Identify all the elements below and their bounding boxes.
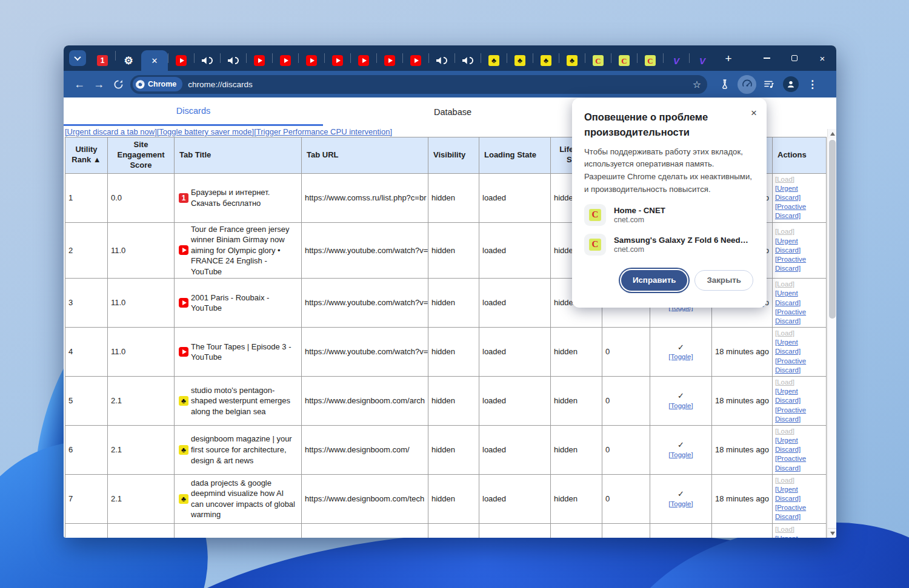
url-text[interactable]: chrome://discards [188, 80, 253, 89]
youtube-icon [358, 55, 369, 66]
tab-speaker-10[interactable] [429, 50, 454, 71]
tab-discards[interactable]: Discards [64, 97, 323, 126]
performance-hub-button[interactable] [738, 75, 756, 94]
tab-youtube-6[interactable] [325, 50, 350, 71]
load-link: [Load] [775, 378, 824, 387]
table-row: 5 2.1 studio moto's pentagon-shaped west… [65, 376, 827, 425]
urgent-discard-action[interactable]: [Urgent Discard] [775, 338, 824, 356]
scroll-down-arrow[interactable] [828, 528, 836, 538]
proactive-discard-action[interactable]: [Proactive Discard] [775, 406, 824, 424]
last-active-cell: 18 minutes ago [712, 425, 773, 474]
menu-button[interactable]: ⋮ [803, 75, 822, 94]
tab-close-icon[interactable]: ✕ [152, 57, 158, 65]
auto-discardable-cell: ✓ [Toggle] [650, 474, 712, 523]
tab-youtube-0[interactable] [168, 50, 194, 71]
tab-youtube-5[interactable] [299, 50, 324, 71]
tab-search-button[interactable] [69, 50, 86, 66]
tab-vlogo-20[interactable] [690, 50, 715, 71]
cpu-intervention-link[interactable]: [Trigger Performance CPU intervention] [254, 127, 392, 136]
column-header-loading-state[interactable]: Loading State [479, 137, 551, 174]
fix-button[interactable]: Исправить [621, 270, 688, 291]
proactive-discard-action[interactable]: [Proactive Discard] [775, 255, 824, 273]
proactive-discard-action[interactable]: [Proactive Discard] [775, 357, 824, 375]
tab-settings[interactable] [116, 50, 141, 71]
urgent-discard-action[interactable]: [Urgent Discard] [775, 387, 824, 405]
column-header-utility-rank[interactable]: Utility Rank ▲ [65, 137, 108, 174]
back-button[interactable]: ← [70, 74, 89, 94]
toggle-link[interactable]: [Toggle] [653, 352, 708, 362]
engagement-score-cell: 11.0 [108, 279, 175, 328]
tab-cnet-16[interactable] [585, 50, 611, 71]
utility-rank-cell: 5 [65, 376, 108, 425]
utility-rank-cell: 4 [65, 328, 108, 377]
tab-youtube-9[interactable] [403, 50, 428, 71]
tab-database[interactable]: Database [323, 97, 582, 126]
dismiss-button[interactable]: Закрыть [694, 270, 753, 291]
tab-designboom-13[interactable] [507, 50, 533, 71]
bookmark-star-icon[interactable]: ☆ [693, 79, 701, 90]
urgent-discard-action[interactable]: [Urgent Discard] [775, 237, 824, 255]
tab-designboom-12[interactable] [481, 50, 507, 71]
media-playlist-icon [764, 79, 774, 90]
tab-speaker-11[interactable] [455, 50, 481, 71]
tab-discards-active[interactable]: ✕ [141, 50, 168, 71]
popup-close-button[interactable]: × [751, 108, 757, 118]
tab-youtube-4[interactable] [273, 50, 298, 71]
browser-window: ✕ + × ← → Chro [64, 45, 836, 538]
youtube-icon [254, 55, 265, 66]
toggle-link[interactable]: [Toggle] [653, 451, 708, 460]
toggle-link[interactable]: [Toggle] [653, 500, 708, 509]
chrome-chip[interactable]: Chrome [133, 77, 182, 91]
tab-youtube-3[interactable] [247, 50, 272, 71]
page-scrollbar[interactable] [827, 129, 836, 538]
column-header-tab-url[interactable]: Tab URL [302, 137, 428, 174]
toggle-link[interactable]: [Toggle] [653, 401, 708, 411]
urgent-discard-action[interactable]: [Urgent Discard] [775, 289, 824, 307]
forward-button[interactable]: → [89, 74, 108, 94]
urgent-discard-action[interactable]: [Urgent Discard] [775, 436, 824, 454]
reload-button[interactable] [108, 74, 128, 94]
battery-saver-link[interactable]: [Toggle battery saver mode] [157, 127, 254, 136]
column-header-tab-title[interactable]: Tab Title [175, 137, 302, 174]
proactive-discard-action[interactable]: [Proactive Discard] [775, 503, 824, 521]
minimize-button[interactable] [753, 45, 781, 71]
proactive-discard-action[interactable]: [Proactive Discard] [775, 454, 824, 472]
urgent-discard-action[interactable]: [Urgent Discard] [775, 534, 824, 538]
new-tab-button[interactable]: + [720, 50, 737, 67]
column-header-actions[interactable]: Actions [773, 137, 827, 174]
tab-comss[interactable] [90, 50, 115, 71]
cnet-favicon-icon [589, 209, 601, 221]
tab-youtube-8[interactable] [377, 50, 402, 71]
tab-cnet-18[interactable] [638, 50, 663, 71]
comss-favicon-icon [97, 55, 108, 66]
tab-designboom-15[interactable] [559, 50, 585, 71]
loading-state-cell: loaded [479, 279, 551, 328]
address-bar[interactable]: Chrome chrome://discards ☆ [130, 75, 707, 94]
media-controls-button[interactable] [759, 75, 778, 94]
speaker-icon [202, 55, 213, 66]
column-header-site-engagement-score[interactable]: Site Engagement Score [108, 137, 175, 174]
urgent-discard-action[interactable]: [Urgent Discard] [775, 485, 824, 503]
proactive-discard-action[interactable]: [Proactive Discard] [775, 308, 824, 326]
tab-designboom-14[interactable] [533, 50, 559, 71]
scroll-up-arrow[interactable] [828, 129, 836, 139]
load-link: [Load] [775, 329, 824, 338]
scrollbar-thumb[interactable] [829, 140, 836, 319]
proactive-discard-action[interactable]: [Proactive Discard] [775, 202, 824, 220]
tab-vlogo-19[interactable] [664, 50, 689, 71]
tab-youtube-7[interactable] [351, 50, 376, 71]
profile-button[interactable] [781, 75, 800, 94]
load-link: [Load] [775, 525, 824, 534]
urgent-discard-action[interactable]: [Urgent Discard] [775, 184, 824, 202]
close-button[interactable]: × [808, 45, 836, 71]
maximize-button[interactable] [781, 45, 808, 71]
column-header-visibility[interactable]: Visibility [428, 137, 479, 174]
tab-speaker-2[interactable] [221, 50, 246, 71]
labs-button[interactable] [716, 75, 734, 94]
tab-speaker-1[interactable] [195, 50, 220, 71]
person-icon [786, 79, 796, 89]
popup-item-title: Samsung's Galaxy Z Fold 6 Needs This i..… [614, 236, 750, 245]
urgent-discard-link[interactable]: [Urgent discard a tab now] [65, 127, 157, 136]
tab-url-cell: https://www.designboom.com/arch [302, 376, 428, 425]
tab-cnet-17[interactable] [611, 50, 637, 71]
